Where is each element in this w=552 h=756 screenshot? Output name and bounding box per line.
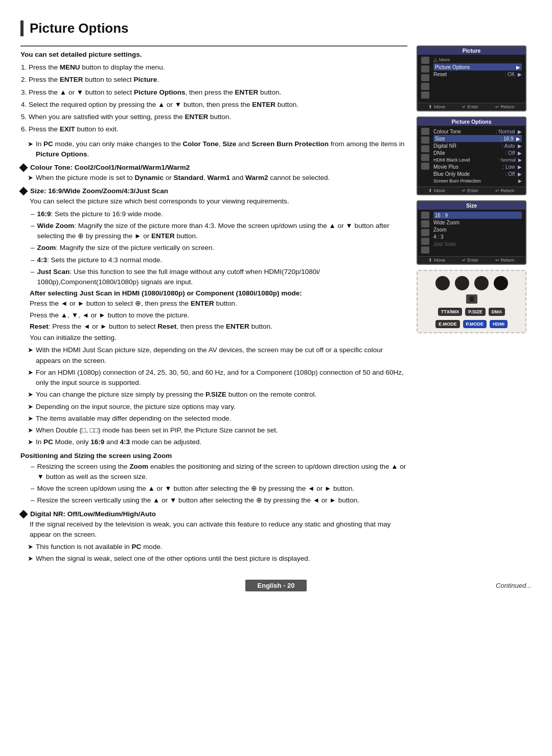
size-bullet-169: –16:9: Sets the picture to 16:9 wide mod… xyxy=(31,209,407,219)
tv2-nav-move: ⬆ Move xyxy=(428,188,445,193)
remote-btn-hdmi[interactable]: HDMI xyxy=(490,320,508,328)
just-scan-block: After selecting Just Scan in HDMI (1080i… xyxy=(30,289,407,343)
tv1-label: △ More xyxy=(433,57,522,62)
footer-english-badge: English - 20 xyxy=(245,580,307,591)
diamond-icon-size xyxy=(19,187,28,196)
tv3-nav-move: ⬆ Move xyxy=(428,258,445,263)
size-note-7: ➤ In PC Mode, only 16:9 and 4:3 mode can… xyxy=(28,437,407,447)
remote-circle-2 xyxy=(455,276,469,290)
positioning-section: Positioning and Sizing the screen using … xyxy=(20,452,407,506)
size-bullet-zoom: –Zoom: Magnify the size of the picture v… xyxy=(31,243,407,253)
remote-circle-4 xyxy=(494,276,508,290)
size-note-6: ➤ When Double (□, □□) mode has been set … xyxy=(28,425,407,436)
size-note-4: ➤ Depending on the input source, the pic… xyxy=(28,402,407,412)
tv3-nav: ⬆ Move ↵ Enter ↩ Return xyxy=(418,256,525,264)
digital-nr-section: Digital NR: Off/Low/Medium/High/Auto If … xyxy=(20,510,407,564)
tv2-row-burn: Screen Burn Protection▶ xyxy=(433,177,522,184)
remote-icon-row xyxy=(466,294,477,304)
tv1-row-reset: Reset: OK ▶ xyxy=(433,71,522,78)
remote-btn-dma[interactable]: DMA xyxy=(489,308,505,316)
tv3-row-43: 4 : 3 xyxy=(433,233,522,240)
right-column: Picture △ More Picture Options▶ xyxy=(417,45,532,567)
remote-btn-psize[interactable]: P.SIZE xyxy=(465,308,485,316)
size-header: Size: 16:9/Wide Zoom/Zoom/4:3/Just Scan xyxy=(30,187,168,195)
pos-bullet-2: – Move the screen up/down using the ▲ or… xyxy=(31,484,407,494)
size-bullet-justscan: –Just Scan: Use this function to see the… xyxy=(31,267,407,288)
tv-screen-3: Size 16 : 9 Wide Zoom Zoom 4 : 3 xyxy=(417,200,526,265)
pos-bullet-3: – Resize the screen vertically using the… xyxy=(31,495,407,506)
size-section: Size: 16:9/Wide Zoom/Zoom/4:3/Just Scan … xyxy=(20,187,407,447)
remote-circles xyxy=(435,276,508,290)
pc-note: ➤ In PC mode, you can only make changes … xyxy=(28,139,407,160)
main-content-left: You can set detailed picture settings. P… xyxy=(20,45,407,567)
tv3-nav-enter: ↵ Enter xyxy=(462,258,478,263)
tv2-row-colour: Colour Tone: Normal ▶ xyxy=(433,128,522,135)
step-5: When you are satisfied with your setting… xyxy=(29,112,407,122)
arrow-icon-nr1: ➤ xyxy=(28,542,33,552)
tv-screen-1: Picture △ More Picture Options▶ xyxy=(417,45,526,111)
tv1-nav-move: ⬆ Move xyxy=(428,104,445,109)
page-footer: English - 20 Continued... xyxy=(20,577,532,591)
just-scan-step1: Press the ◄ or ► button to select ⊕, the… xyxy=(30,299,407,309)
step-6: Press the EXIT button to exit. xyxy=(29,124,407,134)
main-steps: Press the MENU button to display the men… xyxy=(29,62,407,135)
remote-btn-ttxmix[interactable]: TTX/MIX xyxy=(438,308,463,316)
positioning-bullets: – Resizing the screen using the Zoom ena… xyxy=(31,462,407,506)
diamond-icon-nr xyxy=(19,510,28,518)
tv1-title: Picture xyxy=(418,47,525,55)
tv3-row-169: 16 : 9 xyxy=(433,212,522,219)
step-4: Select the required option by pressing t… xyxy=(29,100,407,110)
just-scan-header: After selecting Just Scan in HDMI (1080i… xyxy=(30,289,407,297)
size-bullets: –16:9: Sets the picture to 16:9 wide mod… xyxy=(31,209,407,288)
footer-english-text: English - 20 xyxy=(245,580,307,591)
tv2-row-hdmi: HDMI Black Level: Normal ▶ xyxy=(433,156,522,163)
tv3-title: Size xyxy=(418,201,525,210)
arrow-icon-ct: ➤ xyxy=(28,173,33,183)
remote-buttons-row1: TTX/MIX P.SIZE DMA xyxy=(438,308,505,316)
remote-circle-1 xyxy=(435,276,450,290)
tv2-nav: ⬆ Move ↵ Enter ↩ Return xyxy=(418,187,525,194)
arrow-icon-s7: ➤ xyxy=(28,437,33,447)
remote-buttons-row2: E.MODE P.MODE HDMI xyxy=(435,320,508,328)
diamond-icon xyxy=(19,164,28,172)
arrow-icon-nr2: ➤ xyxy=(28,554,33,564)
arrow-icon: ➤ xyxy=(28,139,33,149)
footer-continued-text: Continued... xyxy=(496,582,532,589)
tv2-row-movie: Movie Plus: Low ▶ xyxy=(433,163,522,170)
digital-nr-note-1: ➤ This function is not available in PC m… xyxy=(28,542,407,552)
tv3-row-justscan: Just Scan xyxy=(433,240,522,247)
remote-btn-emode[interactable]: E.MODE xyxy=(435,320,460,328)
tv2-row-dnie: DNIe: Off ▶ xyxy=(433,149,522,156)
arrow-icon-s5: ➤ xyxy=(28,414,33,424)
tv-screen-2: Picture Options Colour Tone: Normal ▶ Si… xyxy=(417,117,526,195)
remote-circle-3 xyxy=(474,276,489,290)
step-3: Press the ▲ or ▼ button to select Pictur… xyxy=(29,87,407,98)
remote-panel: TTX/MIX P.SIZE DMA E.MODE P.MODE HDMI xyxy=(417,270,526,333)
remote-btn-pmode[interactable]: P.MODE xyxy=(463,320,487,328)
positioning-header: Positioning and Sizing the screen using … xyxy=(20,452,407,460)
tv1-nav-return: ↩ Return xyxy=(495,104,515,109)
tv2-nav-enter: ↵ Enter xyxy=(462,188,478,193)
size-note-2: ➤ For an HDMI (1080p) connection of 24, … xyxy=(28,368,407,388)
arrow-icon-s4: ➤ xyxy=(28,402,33,412)
size-note-3: ➤ You can change the picture size simply… xyxy=(28,390,407,400)
arrow-icon-s2: ➤ xyxy=(28,368,33,378)
digital-nr-note-2: ➤ When the signal is weak, select one of… xyxy=(28,554,407,564)
tv2-row-dnr: Digital NR: Auto ▶ xyxy=(433,142,522,149)
tv2-row-blue: Blue Only Mode: Off ▶ xyxy=(433,170,522,177)
size-note-1: ➤ With the HDMI Just Scan picture size, … xyxy=(28,345,407,366)
digital-nr-intro: If the signal received by the television… xyxy=(30,519,407,540)
arrow-icon-s3: ➤ xyxy=(28,390,33,400)
arrow-icon-s6: ➤ xyxy=(28,425,33,436)
tv1-nav: ⬆ Move ↵ Enter ↩ Return xyxy=(418,103,525,110)
colour-tone-note: ➤ When the picture mode is set to Dynami… xyxy=(28,173,407,183)
colour-tone-header: Colour Tone: Cool2/Cool1/Normal/Warm1/Wa… xyxy=(30,164,190,171)
tv2-nav-return: ↩ Return xyxy=(495,188,515,193)
arrow-icon-s1: ➤ xyxy=(28,345,33,355)
tv3-row-zoom: Zoom xyxy=(433,226,522,233)
tv3-nav-return: ↩ Return xyxy=(495,258,515,263)
size-bullet-43: –4:3: Sets the picture to 4:3 normal mod… xyxy=(31,255,407,265)
tv1-row-picture-options: Picture Options▶ xyxy=(433,63,522,71)
tv1-nav-enter: ↵ Enter xyxy=(462,104,478,109)
pos-bullet-1: – Resizing the screen using the Zoom ena… xyxy=(31,462,407,483)
